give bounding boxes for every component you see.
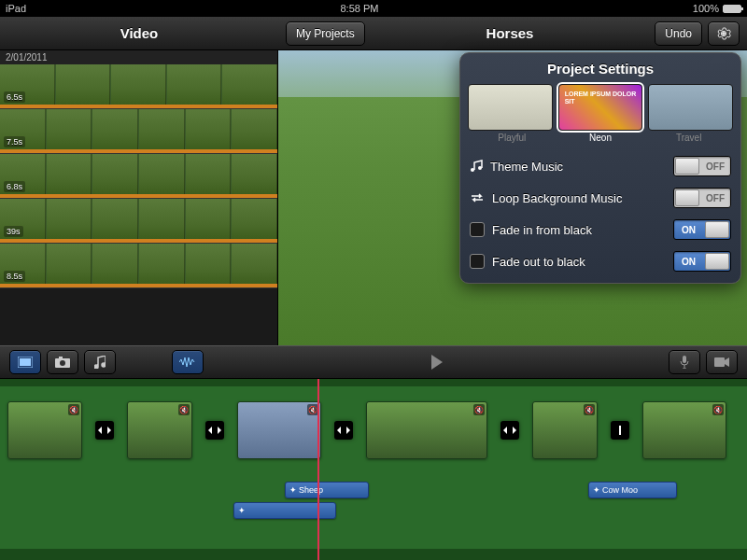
audio-clip[interactable]: ✦ Cow Moo	[588, 482, 677, 498]
camcorder-icon	[714, 357, 729, 367]
transition-icon	[208, 426, 221, 435]
svg-point-7	[102, 363, 106, 367]
setting-fade-out: Fade out to black ON	[460, 245, 740, 277]
svg-point-6	[94, 365, 98, 369]
timeline-clip[interactable]: 🔇	[237, 401, 321, 459]
svg-rect-5	[59, 357, 63, 359]
audio-clip[interactable]: ✦ Sheep	[285, 482, 369, 498]
device-label: iPad	[6, 3, 26, 14]
theme-option-travel[interactable]	[648, 84, 733, 131]
transition-button[interactable]	[95, 421, 114, 440]
loop-icon	[470, 192, 485, 203]
fade-out-toggle[interactable]: ON	[673, 251, 731, 272]
setting-fade-in: Fade in from black ON	[460, 214, 740, 245]
battery-icon	[723, 5, 741, 13]
setting-loop-music: Loop Background Music OFF	[460, 182, 740, 214]
camera-button[interactable]	[47, 350, 78, 374]
video-library-button[interactable]	[9, 350, 41, 374]
theme-option-neon[interactable]: LOREM IPSUM DOLOR SIT	[558, 84, 643, 131]
media-clip[interactable]: 39s	[0, 199, 277, 244]
timeline-clip[interactable]: 🔇	[366, 401, 487, 459]
voiceover-button[interactable]	[669, 350, 700, 374]
svg-rect-10	[619, 426, 621, 435]
transition-icon	[98, 426, 111, 435]
video-icon	[18, 357, 33, 368]
svg-point-0	[722, 32, 726, 35]
theme-label: Playful	[468, 133, 557, 143]
clip-date-header: 2/01/2011	[0, 50, 277, 64]
battery-percent: 100%	[693, 3, 719, 14]
record-camera-button[interactable]	[706, 350, 738, 374]
transition-button[interactable]	[611, 421, 629, 440]
music-icon	[94, 356, 106, 369]
timeline-clip[interactable]: 🔇	[127, 401, 192, 459]
timeline-clip[interactable]: 🔇	[7, 401, 82, 459]
timeline[interactable]: 🔇 🔇 🔇 🔇 🔇 🔇 ✦ Sheep ✦ ✦ Cow Moo	[0, 379, 747, 560]
svg-point-4	[60, 360, 65, 366]
theme-label: Neon	[557, 133, 645, 143]
theme-option-playful[interactable]	[468, 84, 553, 131]
audio-badge-icon: 🔇	[178, 404, 190, 415]
transition-icon	[337, 426, 350, 435]
checkbox-icon	[470, 254, 485, 269]
svg-rect-9	[714, 357, 725, 367]
fade-in-toggle[interactable]: ON	[673, 219, 731, 240]
app-header: Video My Projects Horses Undo	[0, 17, 747, 50]
transition-icon	[617, 426, 623, 435]
gear-icon	[716, 26, 731, 41]
project-settings-popover: Project Settings LOREM IPSUM DOLOR SIT P…	[459, 52, 741, 284]
loop-music-toggle[interactable]: OFF	[673, 188, 731, 208]
svg-rect-2	[20, 358, 31, 366]
microphone-icon	[680, 356, 689, 369]
sidebar-title: Video	[0, 25, 278, 41]
waveform-button[interactable]	[172, 350, 204, 374]
timeline-clip[interactable]: 🔇	[532, 401, 598, 459]
theme-label: Travel	[644, 133, 733, 143]
playhead[interactable]	[317, 379, 319, 560]
audio-library-button[interactable]	[84, 350, 116, 374]
timeline-clip[interactable]: 🔇	[642, 401, 726, 459]
my-projects-button[interactable]: My Projects	[286, 21, 365, 46]
clock: 8:58 PM	[340, 3, 378, 14]
settings-button[interactable]	[708, 21, 740, 46]
status-bar: iPad 8:58 PM 100%	[0, 0, 747, 17]
media-clip[interactable]: 6.5s	[0, 64, 277, 109]
project-title: Horses	[486, 25, 534, 41]
transition-button[interactable]	[500, 421, 519, 440]
audio-badge-icon: 🔇	[584, 404, 595, 415]
audio-track: ✦ Sheep ✦ ✦ Cow Moo	[0, 482, 747, 528]
transition-button[interactable]	[334, 421, 353, 440]
transition-icon	[503, 426, 516, 435]
audio-badge-icon: 🔇	[712, 404, 724, 415]
undo-button[interactable]: Undo	[655, 21, 702, 46]
checkbox-icon	[470, 222, 485, 237]
waveform-icon	[179, 357, 196, 367]
transition-button[interactable]	[205, 421, 224, 440]
audio-badge-icon: 🔇	[473, 404, 485, 415]
audio-badge-icon: 🔇	[68, 404, 79, 415]
media-clip[interactable]: 8.5s	[0, 244, 277, 288]
camera-icon	[55, 357, 70, 368]
play-icon	[429, 355, 444, 370]
media-clip[interactable]: 6.8s	[0, 154, 277, 199]
theme-music-toggle[interactable]: OFF	[673, 156, 731, 176]
play-button[interactable]	[429, 355, 444, 370]
media-clip[interactable]: 7.5s	[0, 109, 277, 154]
setting-theme-music: Theme Music OFF	[460, 150, 740, 182]
media-sidebar: 2/01/2011 6.5s 7.5s 6.8s 39s 8.5s	[0, 50, 278, 345]
popover-title: Project Settings	[460, 53, 740, 84]
music-icon	[470, 160, 483, 173]
audio-clip[interactable]: ✦	[233, 502, 336, 519]
svg-rect-8	[683, 356, 686, 363]
toolbar	[0, 345, 747, 379]
